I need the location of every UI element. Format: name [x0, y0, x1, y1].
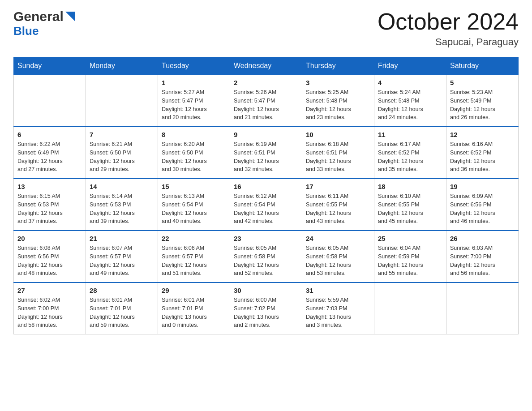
day-number: 8: [162, 131, 226, 138]
day-info: Sunrise: 5:26 AMSunset: 5:47 PMDaylight:…: [234, 88, 298, 122]
day-number: 9: [234, 131, 298, 138]
location-title: Sapucai, Paraguay: [378, 36, 519, 48]
calendar-cell: 24Sunrise: 6:05 AMSunset: 6:58 PMDayligh…: [302, 231, 374, 283]
day-number: 29: [162, 287, 226, 294]
title-area: October 2024 Sapucai, Paraguay: [378, 9, 519, 48]
weekday-header-wednesday: Wednesday: [230, 57, 302, 75]
day-info: Sunrise: 5:27 AMSunset: 5:47 PMDaylight:…: [162, 88, 226, 122]
day-info: Sunrise: 6:14 AMSunset: 6:53 PMDaylight:…: [90, 192, 154, 226]
calendar-cell: 16Sunrise: 6:12 AMSunset: 6:54 PMDayligh…: [230, 179, 302, 231]
day-info: Sunrise: 6:01 AMSunset: 7:01 PMDaylight:…: [162, 296, 226, 330]
day-info: Sunrise: 6:12 AMSunset: 6:54 PMDaylight:…: [234, 192, 298, 226]
calendar-cell: 10Sunrise: 6:18 AMSunset: 6:51 PMDayligh…: [302, 127, 374, 179]
day-number: 31: [306, 287, 370, 294]
calendar-cell: 13Sunrise: 6:15 AMSunset: 6:53 PMDayligh…: [14, 179, 86, 231]
day-info: Sunrise: 6:04 AMSunset: 6:59 PMDaylight:…: [378, 244, 442, 278]
day-info: Sunrise: 6:17 AMSunset: 6:52 PMDaylight:…: [378, 140, 442, 174]
day-number: 13: [17, 183, 82, 190]
calendar-cell: 22Sunrise: 6:06 AMSunset: 6:57 PMDayligh…: [158, 231, 230, 283]
day-number: 12: [450, 131, 515, 138]
day-info: Sunrise: 6:16 AMSunset: 6:52 PMDaylight:…: [450, 140, 515, 174]
weekday-header-row: SundayMondayTuesdayWednesdayThursdayFrid…: [14, 57, 519, 75]
day-info: Sunrise: 6:13 AMSunset: 6:54 PMDaylight:…: [162, 192, 226, 226]
calendar-week-row: 20Sunrise: 6:08 AMSunset: 6:56 PMDayligh…: [14, 231, 519, 283]
day-number: 2: [234, 79, 298, 86]
calendar-cell: [446, 283, 519, 334]
day-number: 14: [90, 183, 154, 190]
day-number: 11: [378, 131, 442, 138]
calendar-cell: [86, 75, 158, 127]
calendar-week-row: 1Sunrise: 5:27 AMSunset: 5:47 PMDaylight…: [14, 75, 519, 127]
day-number: 1: [162, 79, 226, 86]
calendar-cell: 26Sunrise: 6:03 AMSunset: 7:00 PMDayligh…: [446, 231, 519, 283]
calendar-cell: 21Sunrise: 6:07 AMSunset: 6:57 PMDayligh…: [86, 231, 158, 283]
day-number: 28: [90, 287, 154, 294]
day-number: 20: [17, 235, 82, 242]
calendar-cell: 9Sunrise: 6:19 AMSunset: 6:51 PMDaylight…: [230, 127, 302, 179]
day-info: Sunrise: 6:09 AMSunset: 6:56 PMDaylight:…: [450, 192, 515, 226]
day-number: 15: [162, 183, 226, 190]
svg-marker-0: [65, 12, 75, 21]
day-number: 21: [90, 235, 154, 242]
day-info: Sunrise: 6:19 AMSunset: 6:51 PMDaylight:…: [234, 140, 298, 174]
day-number: 25: [378, 235, 442, 242]
calendar-week-row: 27Sunrise: 6:02 AMSunset: 7:00 PMDayligh…: [14, 283, 519, 334]
weekday-header-monday: Monday: [86, 57, 158, 75]
day-number: 5: [450, 79, 515, 86]
calendar-cell: 28Sunrise: 6:01 AMSunset: 7:01 PMDayligh…: [86, 283, 158, 334]
logo-general-text: General: [13, 9, 64, 24]
calendar-week-row: 13Sunrise: 6:15 AMSunset: 6:53 PMDayligh…: [14, 179, 519, 231]
day-info: Sunrise: 6:11 AMSunset: 6:55 PMDaylight:…: [306, 192, 370, 226]
calendar-cell: 12Sunrise: 6:16 AMSunset: 6:52 PMDayligh…: [446, 127, 519, 179]
calendar-cell: 20Sunrise: 6:08 AMSunset: 6:56 PMDayligh…: [14, 231, 86, 283]
day-info: Sunrise: 6:18 AMSunset: 6:51 PMDaylight:…: [306, 140, 370, 174]
weekday-header-tuesday: Tuesday: [158, 57, 230, 75]
day-info: Sunrise: 6:00 AMSunset: 7:02 PMDaylight:…: [234, 296, 298, 330]
day-info: Sunrise: 6:02 AMSunset: 7:00 PMDaylight:…: [17, 296, 82, 330]
day-number: 19: [450, 183, 515, 190]
logo: General Blue: [13, 9, 75, 38]
logo-arrow-icon: [64, 12, 75, 21]
day-number: 30: [234, 287, 298, 294]
day-info: Sunrise: 6:21 AMSunset: 6:50 PMDaylight:…: [90, 140, 154, 174]
calendar-cell: 27Sunrise: 6:02 AMSunset: 7:00 PMDayligh…: [14, 283, 86, 334]
calendar-cell: 31Sunrise: 5:59 AMSunset: 7:03 PMDayligh…: [302, 283, 374, 334]
calendar-week-row: 6Sunrise: 6:22 AMSunset: 6:49 PMDaylight…: [14, 127, 519, 179]
calendar-cell: 23Sunrise: 6:05 AMSunset: 6:58 PMDayligh…: [230, 231, 302, 283]
day-info: Sunrise: 6:05 AMSunset: 6:58 PMDaylight:…: [306, 244, 370, 278]
day-number: 4: [378, 79, 442, 86]
day-number: 3: [306, 79, 370, 86]
day-info: Sunrise: 5:24 AMSunset: 5:48 PMDaylight:…: [378, 88, 442, 122]
calendar-cell: 8Sunrise: 6:20 AMSunset: 6:50 PMDaylight…: [158, 127, 230, 179]
calendar-cell: 18Sunrise: 6:10 AMSunset: 6:55 PMDayligh…: [374, 179, 446, 231]
weekday-header-thursday: Thursday: [302, 57, 374, 75]
weekday-header-friday: Friday: [374, 57, 446, 75]
calendar-cell: 6Sunrise: 6:22 AMSunset: 6:49 PMDaylight…: [14, 127, 86, 179]
day-info: Sunrise: 6:20 AMSunset: 6:50 PMDaylight:…: [162, 140, 226, 174]
weekday-header-saturday: Saturday: [446, 57, 519, 75]
page-header: General Blue October 2024 Sapucai, Parag…: [13, 9, 519, 48]
calendar-table: SundayMondayTuesdayWednesdayThursdayFrid…: [13, 57, 519, 334]
calendar-cell: 7Sunrise: 6:21 AMSunset: 6:50 PMDaylight…: [86, 127, 158, 179]
day-info: Sunrise: 5:25 AMSunset: 5:48 PMDaylight:…: [306, 88, 370, 122]
day-number: 6: [17, 131, 82, 138]
day-number: 27: [17, 287, 82, 294]
day-info: Sunrise: 5:59 AMSunset: 7:03 PMDaylight:…: [306, 296, 370, 330]
day-number: 16: [234, 183, 298, 190]
day-number: 22: [162, 235, 226, 242]
day-info: Sunrise: 6:06 AMSunset: 6:57 PMDaylight:…: [162, 244, 226, 278]
day-info: Sunrise: 6:22 AMSunset: 6:49 PMDaylight:…: [17, 140, 82, 174]
day-number: 17: [306, 183, 370, 190]
day-info: Sunrise: 6:07 AMSunset: 6:57 PMDaylight:…: [90, 244, 154, 278]
month-title: October 2024: [378, 9, 519, 34]
day-number: 24: [306, 235, 370, 242]
day-number: 23: [234, 235, 298, 242]
calendar-cell: 29Sunrise: 6:01 AMSunset: 7:01 PMDayligh…: [158, 283, 230, 334]
logo-blue-text: Blue: [13, 24, 39, 38]
weekday-header-sunday: Sunday: [14, 57, 86, 75]
calendar-cell: 30Sunrise: 6:00 AMSunset: 7:02 PMDayligh…: [230, 283, 302, 334]
calendar-cell: 15Sunrise: 6:13 AMSunset: 6:54 PMDayligh…: [158, 179, 230, 231]
day-info: Sunrise: 5:23 AMSunset: 5:49 PMDaylight:…: [450, 88, 515, 122]
calendar-cell: [374, 283, 446, 334]
day-info: Sunrise: 6:15 AMSunset: 6:53 PMDaylight:…: [17, 192, 82, 226]
